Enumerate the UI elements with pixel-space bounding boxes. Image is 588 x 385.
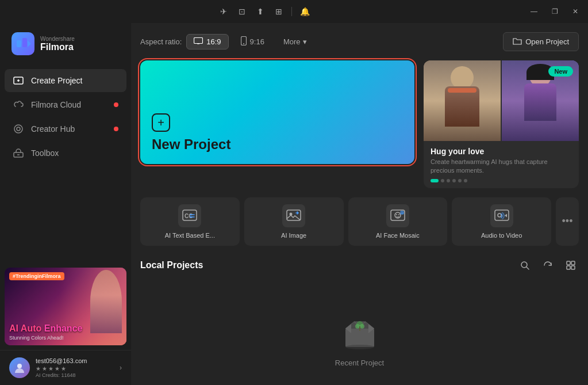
filmora-cloud-label: Filmora Cloud: [31, 100, 81, 109]
minimize-button[interactable]: —: [526, 3, 542, 20]
folder-icon: [513, 37, 522, 47]
filmora-cloud-icon: [13, 99, 24, 110]
aspect-ratio-label: Aspect ratio:: [140, 37, 182, 46]
refresh-projects-button[interactable]: [540, 257, 556, 273]
featured-card[interactable]: New: [424, 60, 579, 188]
svg-point-31: [498, 214, 501, 217]
featured-image-1: [424, 60, 501, 141]
svg-point-14: [243, 43, 244, 44]
featured-dot-3: [447, 179, 450, 182]
subtitle-icon[interactable]: ⊡: [236, 6, 248, 17]
more-tools-icon: •••: [562, 215, 573, 227]
sidebar-item-toolbox[interactable]: Toolbox: [5, 142, 126, 165]
ai-tool-text-based[interactable]: CC AI Text Based E...: [140, 197, 240, 246]
featured-dot-5: [458, 179, 462, 182]
sidebar-item-creator-hub[interactable]: Creator Hub: [5, 117, 126, 140]
local-projects-title: Local Projects: [140, 260, 203, 270]
create-project-icon: [13, 75, 24, 86]
more-tools-button[interactable]: •••: [556, 197, 579, 246]
upload-icon[interactable]: ⬆: [255, 6, 266, 17]
user-info: test056@163.com ★ ★ ★ ★ ★ AI Credits: 11…: [36, 357, 114, 378]
restore-button[interactable]: ❐: [547, 3, 563, 20]
ai-image-icon: [282, 204, 305, 227]
audio-video-icon: [490, 204, 513, 227]
titlebar-divider: [291, 7, 292, 16]
grid-icon[interactable]: ⊞: [273, 6, 285, 17]
ai-tool-image[interactable]: AI Image: [244, 197, 344, 246]
svg-rect-36: [567, 266, 570, 269]
more-button[interactable]: More ▾: [276, 35, 314, 49]
ai-tool-face-mosaic[interactable]: AI Face Mosaic: [348, 197, 448, 246]
grid-view-button[interactable]: [563, 257, 579, 273]
titlebar-icons: ✈ ⊡ ⬆ ⊞ 🔔: [218, 6, 310, 17]
user-avatar: [9, 357, 30, 378]
featured-dot-2: [441, 179, 444, 182]
sidebar-item-create-project[interactable]: Create Project: [5, 69, 126, 92]
main-content: Aspect ratio: 16:9 9:16: [131, 23, 588, 385]
featured-desc: Create heartwarming AI hugs that capture…: [431, 158, 572, 176]
local-projects-header: Local Projects: [140, 257, 579, 273]
svg-rect-21: [391, 210, 405, 220]
svg-text:CC: CC: [185, 213, 193, 219]
svg-point-7: [17, 127, 20, 131]
search-projects-button[interactable]: [517, 257, 533, 273]
sidebar-logo: Wondershare Filmora: [0, 23, 131, 64]
user-stars: ★ ★ ★ ★ ★: [36, 365, 114, 372]
svg-point-39: [345, 345, 374, 349]
svg-point-23: [396, 214, 397, 215]
featured-new-badge: New: [548, 66, 573, 77]
aspect-16-9-button[interactable]: 16:9: [186, 34, 228, 49]
svg-point-10: [17, 364, 22, 368]
svg-line-33: [526, 267, 529, 269]
sidebar-nav: Create Project Filmora Cloud: [0, 69, 131, 263]
featured-dot-6: [464, 179, 467, 182]
svg-rect-27: [402, 212, 403, 213]
content-grid: + New Project New: [140, 60, 579, 188]
empty-state-icon: [337, 306, 383, 352]
svg-rect-35: [571, 261, 575, 265]
featured-dot-1: [431, 179, 439, 182]
featured-dot-4: [452, 179, 456, 182]
new-project-card[interactable]: + New Project: [140, 60, 414, 164]
close-button[interactable]: ✕: [567, 3, 583, 20]
toolbox-icon: [13, 147, 24, 159]
user-credits: AI Credits: 11648: [36, 372, 114, 378]
new-project-plus-icon: +: [152, 113, 170, 132]
sidebar-banner[interactable]: #TrendinginFilmora AI Auto Enhance Stunn…: [5, 268, 126, 345]
svg-rect-1: [22, 38, 27, 47]
featured-dots: [431, 179, 572, 182]
share-icon[interactable]: ✈: [218, 6, 229, 17]
ai-face-icon: [386, 204, 409, 227]
banner-content: AI Auto Enhance Stunning Colors Ahead!: [9, 323, 122, 341]
sidebar-user[interactable]: test056@163.com ★ ★ ★ ★ ★ AI Credits: 11…: [0, 350, 131, 385]
svg-point-41: [355, 324, 360, 329]
titlebar: ✈ ⊡ ⬆ ⊞ 🔔 — ❐ ✕: [0, 0, 588, 23]
chevron-down-icon: ▾: [303, 37, 307, 46]
sidebar-item-filmora-cloud[interactable]: Filmora Cloud: [5, 93, 126, 116]
ai-text-icon: CC: [178, 204, 201, 227]
banner-tag: #TrendinginFilmora: [9, 272, 64, 280]
empty-state: Recent Project: [140, 283, 579, 385]
local-projects-actions: [517, 257, 579, 273]
svg-point-6: [14, 125, 22, 133]
banner-subtitle: Stunning Colors Ahead!: [9, 335, 122, 341]
featured-info: Hug your love Create heartwarming AI hug…: [424, 141, 579, 188]
ai-tool-audio-to-video[interactable]: Audio to Video: [452, 197, 551, 246]
new-project-label: New Project: [152, 136, 403, 153]
logo-text: Wondershare Filmora: [40, 36, 75, 52]
ai-tools-row: CC AI Text Based E...: [140, 197, 579, 246]
ai-face-label: AI Face Mosaic: [376, 232, 420, 239]
bell-icon[interactable]: 🔔: [299, 6, 310, 17]
svg-marker-2: [28, 40, 31, 47]
audio-video-label: Audio to Video: [481, 232, 522, 239]
svg-point-24: [398, 214, 399, 215]
ai-text-label: AI Text Based E...: [165, 232, 215, 239]
aspect-16-9-label: 16:9: [206, 37, 221, 46]
creator-hub-label: Creator Hub: [31, 124, 75, 134]
filmora-cloud-badge: [114, 102, 118, 107]
toolbox-label: Toolbox: [31, 148, 59, 158]
open-project-button[interactable]: Open Project: [503, 32, 579, 51]
aspect-9-16-button[interactable]: 9:16: [233, 33, 272, 51]
svg-rect-26: [401, 212, 402, 213]
svg-rect-28: [401, 213, 402, 214]
